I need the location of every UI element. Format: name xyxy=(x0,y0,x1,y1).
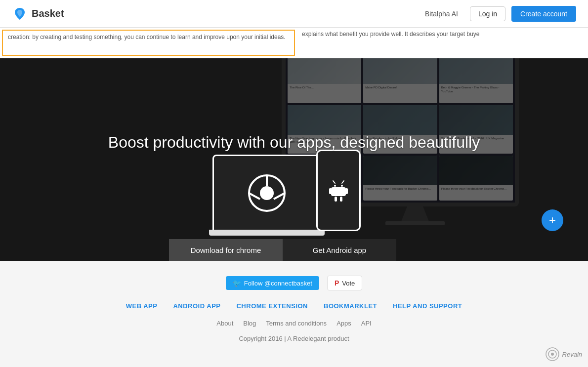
svg-point-6 xyxy=(341,185,343,187)
tooltip-bar: creation: by creating and testing someth… xyxy=(0,28,588,58)
footer-link-item[interactable]: About xyxy=(216,320,233,327)
twitter-follow-button[interactable]: 🐦 Follow @connectbasket xyxy=(226,276,319,290)
plus-button[interactable]: + xyxy=(542,209,563,231)
tooltip-right: explains what benefit you provide well. … xyxy=(297,28,588,58)
header-nav: Bitalpha AI Log in Create account xyxy=(419,6,576,22)
twitter-label: Follow @connectbasket xyxy=(244,280,312,287)
nav-bitalpha: Bitalpha AI xyxy=(419,7,464,21)
footer-link-item[interactable]: Apps xyxy=(336,320,351,327)
svg-point-5 xyxy=(334,185,336,187)
footer-nav-item[interactable]: HELP AND SUPPORT xyxy=(393,302,462,310)
tooltip-left: creation: by creating and testing someth… xyxy=(2,30,295,56)
revain-text: Revain xyxy=(562,351,582,353)
vote-label: Vote xyxy=(342,280,355,287)
footer-links: AboutBlogTerms and conditionsAppsAPI xyxy=(10,320,578,327)
twitter-icon: 🐦 xyxy=(233,279,241,287)
logo[interactable]: Basket xyxy=(12,6,64,22)
footer-link-item[interactable]: API xyxy=(361,320,372,327)
footer-nav-item[interactable]: CHROME EXTENSION xyxy=(236,302,308,310)
footer-nav: WEB APPANDROID APPCHROME EXTENSIONBOOKMA… xyxy=(10,302,578,310)
svg-point-1 xyxy=(260,186,274,200)
vote-p-icon: P xyxy=(335,279,339,287)
download-chrome-button[interactable]: Download for chrome xyxy=(169,239,283,261)
chrome-logo-icon xyxy=(247,173,287,213)
create-account-button[interactable]: Create account xyxy=(511,6,576,22)
android-logo-icon xyxy=(326,178,351,203)
hero-content: Boost productivity with our apps, design… xyxy=(108,133,480,171)
svg-rect-10 xyxy=(335,197,337,202)
social-row: 🐦 Follow @connectbasket P Vote xyxy=(10,276,578,290)
footer-nav-item[interactable]: BOOKMARKLET xyxy=(324,302,377,310)
hero-title: Boost productivity with our apps, design… xyxy=(108,133,480,152)
svg-line-12 xyxy=(333,181,335,183)
revain-watermark: Revain xyxy=(546,347,582,352)
svg-line-13 xyxy=(342,181,344,183)
footer-link-item[interactable]: Terms and conditions xyxy=(266,320,327,327)
footer-copyright: Copyright 2016 | A Redelegant product xyxy=(10,335,578,342)
footer-nav-item[interactable]: WEB APP xyxy=(126,302,158,310)
footer-link-item[interactable]: Blog xyxy=(243,320,256,327)
svg-rect-7 xyxy=(331,187,346,196)
svg-rect-8 xyxy=(329,188,332,194)
revain-logo-icon xyxy=(546,347,559,352)
header: Basket Bitalpha AI Log in Create account xyxy=(0,0,588,28)
hero-buttons: Download for chrome Get Android app xyxy=(169,239,396,261)
get-android-button[interactable]: Get Android app xyxy=(283,239,396,261)
footer-area: 🐦 Follow @connectbasket P Vote WEB APPAN… xyxy=(0,261,588,352)
laptop-base xyxy=(209,230,325,236)
svg-rect-9 xyxy=(345,188,348,194)
footer-nav-item[interactable]: ANDROID APP xyxy=(173,302,220,310)
basket-logo-icon xyxy=(12,6,28,22)
logo-text: Basket xyxy=(32,8,64,19)
svg-rect-11 xyxy=(340,197,342,202)
hero-section: The Rise Of The... Make PD Digital Desir… xyxy=(0,58,588,261)
login-button[interactable]: Log in xyxy=(470,6,505,21)
svg-point-15 xyxy=(548,350,556,352)
vote-button[interactable]: P Vote xyxy=(327,276,362,290)
